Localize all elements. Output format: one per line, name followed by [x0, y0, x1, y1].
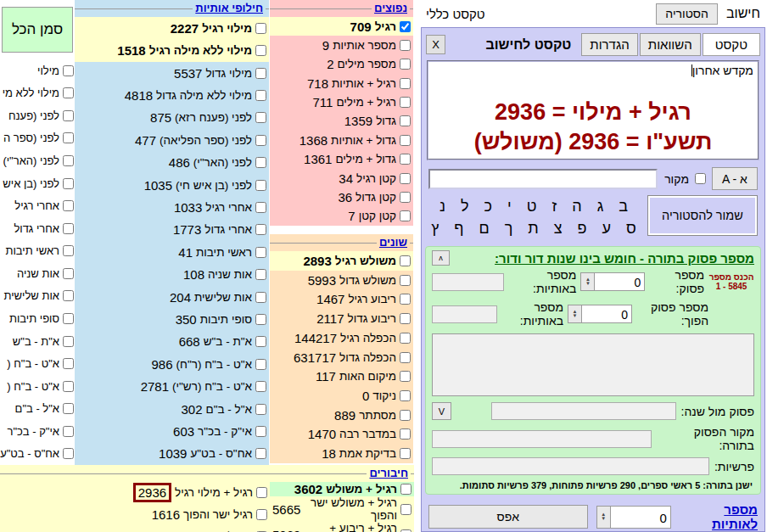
metric-checkbox[interactable]: [255, 112, 266, 123]
metric-checkbox[interactable]: [255, 90, 266, 101]
letters-row-1[interactable]: ב ג ה ז ט י כ ל נ: [428, 195, 639, 217]
metric-checkbox[interactable]: [255, 292, 266, 303]
sidebar-item-checkbox[interactable]: [63, 178, 74, 189]
collapse-icon[interactable]: ʌ: [432, 250, 450, 266]
sidebar-item-checkbox[interactable]: [63, 336, 74, 347]
metric-checkbox[interactable]: [255, 336, 266, 347]
sidebar-item-checkbox[interactable]: [63, 245, 74, 256]
sidebar-item-checkbox[interactable]: [63, 110, 74, 121]
sidebar-item-checkbox[interactable]: [63, 268, 74, 279]
tab-calculation[interactable]: חישוב: [721, 4, 765, 23]
metric-checkbox[interactable]: [400, 97, 411, 108]
metric-checkbox[interactable]: [400, 255, 411, 266]
metric-checkbox[interactable]: [400, 210, 411, 221]
tab-text[interactable]: טקסט: [703, 33, 760, 56]
history-button[interactable]: הסטוריה: [656, 3, 718, 25]
metric-checkbox[interactable]: [400, 410, 411, 421]
verse-number-value[interactable]: 0: [595, 272, 645, 291]
metric-checkbox[interactable]: [400, 390, 411, 401]
metric-checkbox[interactable]: [255, 45, 266, 56]
latin-hebrew-toggle-button[interactable]: A - א: [712, 167, 758, 190]
number-to-letters-stepper[interactable]: ▲▼ 0: [596, 506, 671, 529]
sidebar-item-checkbox[interactable]: [63, 87, 74, 98]
verse-number-stepper[interactable]: ▲▼ 0: [580, 272, 645, 291]
metric-checkbox[interactable]: [400, 154, 411, 165]
metric-checkbox[interactable]: [400, 313, 411, 324]
sidebar-item-checkbox[interactable]: [63, 381, 74, 392]
metric-value: 5993: [308, 273, 336, 288]
metric-checkbox[interactable]: [255, 23, 266, 34]
metric-checkbox[interactable]: [400, 484, 411, 495]
metric-checkbox[interactable]: [400, 448, 411, 459]
reverse-verse-value[interactable]: 0: [582, 305, 632, 323]
metric-checkbox[interactable]: [255, 314, 266, 325]
verse-panel-title[interactable]: מספר פסוק בתורה - חומש בינו שנות דור ודו…: [495, 251, 754, 266]
metric-checkbox[interactable]: [255, 68, 266, 79]
sidebar-item-checkbox[interactable]: [63, 448, 74, 459]
stepper-arrows-icon[interactable]: ▲▼: [580, 272, 595, 291]
metric-checkbox[interactable]: [400, 352, 411, 363]
sidebar-item-checkbox[interactable]: [63, 358, 74, 369]
metric-checkbox[interactable]: [400, 78, 411, 89]
metric-checkbox[interactable]: [255, 157, 266, 168]
sidebar-item-checkbox[interactable]: [63, 426, 74, 437]
metric-checkbox[interactable]: [255, 381, 266, 392]
select-all-button[interactable]: סמן הכל: [2, 7, 73, 53]
save-history-button[interactable]: שמור להסטוריה: [647, 195, 758, 236]
reset-button[interactable]: אפס: [428, 505, 588, 529]
letter-swaps-rows: מילוי רגיל 2227 מילוי ללא מילה רגיל 1518…: [75, 17, 269, 465]
panel-various-title[interactable]: שונים: [377, 236, 410, 249]
metric-checkbox[interactable]: [256, 487, 267, 498]
reverse-verse-stepper[interactable]: ▲▼ 0: [568, 305, 632, 323]
sidebar-item-checkbox[interactable]: [63, 403, 74, 414]
sidebar-item-checkbox[interactable]: [63, 223, 74, 234]
metric-checkbox[interactable]: [400, 294, 411, 305]
metric-checkbox[interactable]: [400, 529, 411, 532]
metric-checkbox[interactable]: [255, 426, 266, 437]
metric-checkbox[interactable]: [255, 202, 266, 213]
sidebar-item-checkbox[interactable]: [63, 313, 74, 324]
metric-checkbox[interactable]: [400, 371, 411, 382]
letters-keyboard[interactable]: ב ג ה ז ט י כ ל נ ס ע פ צ ת ך ם ף ץ: [428, 195, 639, 239]
panel-common-title[interactable]: נפוצים: [372, 2, 410, 14]
close-icon[interactable]: X: [426, 35, 445, 54]
metric-checkbox[interactable]: [400, 135, 411, 146]
sidebar-item-checkbox[interactable]: [63, 65, 74, 76]
metric-checkbox[interactable]: [255, 404, 266, 415]
letters-row-2[interactable]: ס ע פ צ ת ך ם ף ץ: [428, 217, 639, 239]
number-to-letters-link[interactable]: מספר לאותיות: [680, 502, 758, 531]
metric-checkbox[interactable]: [400, 333, 411, 344]
metric-checkbox[interactable]: [400, 21, 411, 32]
stepper-arrows-icon[interactable]: ▲▼: [568, 305, 582, 323]
metric-checkbox[interactable]: [255, 359, 266, 370]
stepper-arrows-icon[interactable]: ▲▼: [596, 506, 611, 529]
metric-checkbox[interactable]: [400, 428, 411, 440]
metric-checkbox[interactable]: [255, 247, 266, 258]
metric-checkbox[interactable]: [256, 509, 267, 520]
metric-checkbox[interactable]: [400, 40, 411, 51]
sidebar-item-checkbox[interactable]: [63, 132, 74, 143]
sidebar-item-checkbox[interactable]: [63, 155, 74, 166]
tab-comparisons[interactable]: השוואות: [640, 33, 701, 56]
metric-checkbox[interactable]: [400, 192, 411, 203]
sidebar-item-checkbox[interactable]: [63, 200, 74, 211]
metric-checkbox[interactable]: [255, 269, 266, 280]
metric-checkbox[interactable]: [400, 173, 411, 184]
metric-checkbox[interactable]: [400, 59, 411, 70]
metric-checkbox[interactable]: [400, 115, 411, 126]
calc-textarea[interactable]: מקדש אחרון רגיל + מילוי = 2936 תשע"ו = 2…: [427, 60, 759, 160]
metric-checkbox[interactable]: [255, 180, 266, 191]
panel-letter-swaps-title[interactable]: חילופי אותיות: [193, 2, 266, 14]
panel-sums-title[interactable]: חיבורים: [367, 467, 411, 479]
metric-checkbox[interactable]: [255, 448, 266, 459]
sidebar-item-checkbox[interactable]: [63, 290, 74, 301]
metric-checkbox[interactable]: [400, 504, 411, 515]
source-input[interactable]: [428, 169, 658, 189]
metric-checkbox[interactable]: [255, 224, 266, 235]
tab-settings[interactable]: הגדרות: [581, 33, 637, 56]
expand-v-icon[interactable]: V: [432, 402, 451, 420]
source-checkbox[interactable]: [695, 173, 706, 184]
metric-checkbox[interactable]: [255, 135, 266, 146]
metric-checkbox[interactable]: [400, 275, 411, 286]
number-to-letters-value[interactable]: 0: [611, 506, 671, 529]
